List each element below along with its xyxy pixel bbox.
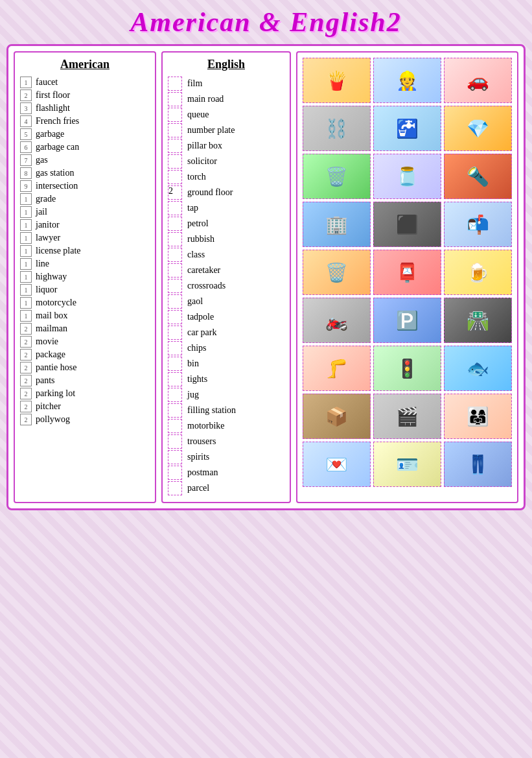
english-word: film [187, 78, 202, 89]
number-box: 8 [20, 167, 32, 179]
image-icon: 📮 [396, 262, 419, 283]
match-box[interactable] [168, 92, 182, 106]
english-word: bin [187, 359, 199, 369]
english-word: torch [187, 172, 206, 182]
match-box[interactable] [168, 466, 182, 480]
english-word-row: rubbish [168, 232, 284, 246]
image-icon: 🚰 [396, 118, 419, 139]
image-icon: 👖 [467, 454, 489, 475]
image-icon: 🗑️ [325, 262, 348, 283]
match-box[interactable] [168, 326, 182, 340]
english-word-row: number plate [168, 123, 284, 137]
match-box[interactable]: 2 [168, 185, 182, 200]
match-box[interactable] [168, 419, 182, 433]
american-word: pollywog [36, 414, 70, 425]
american-word: motorcycle [36, 298, 76, 308]
english-word-row: gaol [168, 294, 284, 309]
match-box[interactable] [168, 154, 182, 169]
match-box[interactable] [168, 139, 182, 153]
match-box[interactable] [168, 263, 182, 278]
image-cell: 🫙 [373, 154, 441, 199]
english-word-row: crossroads [168, 279, 284, 293]
english-word-row: spirits [168, 450, 284, 464]
english-word: main road [187, 94, 224, 104]
american-word: faucet [36, 77, 58, 88]
match-box[interactable] [168, 388, 182, 402]
english-word: class [187, 250, 205, 260]
image-cell: 🔦 [444, 154, 512, 199]
image-cell: 🚰 [373, 106, 441, 151]
number-box: 3 [20, 102, 32, 114]
match-box[interactable] [168, 217, 182, 231]
english-word: chips [187, 343, 207, 353]
image-cell: 📦 [303, 394, 371, 439]
english-word-row: jug [168, 388, 284, 402]
number-box: 2 [20, 375, 32, 386]
american-word: lawyer [36, 233, 60, 243]
match-box[interactable] [168, 232, 182, 246]
match-box[interactable] [168, 434, 182, 449]
american-word-row: 1 grade [20, 193, 150, 205]
english-word: solicitor [187, 156, 217, 167]
english-word-row: caretaker [168, 263, 284, 278]
image-icon: 🫙 [396, 166, 419, 187]
english-word-row: parcel [168, 481, 284, 495]
number-box: 9 [20, 180, 32, 192]
american-word: French fries [36, 116, 79, 126]
english-word-row: trousers [168, 434, 284, 449]
image-icon: 🗑️ [325, 166, 348, 187]
american-word-row: 1 motorcycle [20, 297, 150, 309]
match-box[interactable] [168, 279, 182, 293]
english-word-row: film [168, 77, 284, 91]
american-word-row: 2 movie [20, 336, 150, 348]
image-cell: 🦵 [303, 346, 371, 391]
american-word-row: 7 gas [20, 154, 150, 166]
american-word-row: 1 license plate [20, 245, 150, 257]
american-word: pants [36, 375, 55, 386]
english-word-row: main road [168, 92, 284, 106]
match-box[interactable] [168, 77, 182, 91]
number-box: 2 [20, 336, 32, 348]
american-word-row: 1 lawyer [20, 232, 150, 244]
number-box: 2 [20, 89, 32, 101]
match-box[interactable] [168, 123, 182, 137]
english-word-row: tap [168, 201, 284, 215]
match-box[interactable] [168, 357, 182, 371]
match-box[interactable] [168, 108, 182, 122]
english-word: tights [187, 374, 207, 385]
american-word-row: 6 garbage can [20, 141, 150, 153]
image-cell: 💎 [444, 106, 512, 151]
match-box[interactable] [168, 201, 182, 215]
english-word-row: pillar box [168, 139, 284, 153]
image-cell: 💌 [303, 442, 371, 487]
american-word: first floor [36, 90, 70, 101]
match-box[interactable] [168, 403, 182, 418]
image-icon: 🛣️ [467, 310, 489, 331]
match-box[interactable] [168, 481, 182, 495]
match-box[interactable] [168, 372, 182, 386]
image-cell: 🚗 [444, 58, 512, 103]
english-column: English film main road queue number plat… [161, 51, 291, 503]
american-word-row: 2 pitcher [20, 401, 150, 412]
number-box: 1 [20, 245, 32, 257]
image-cell: 👷 [373, 58, 441, 103]
match-box[interactable] [168, 248, 182, 262]
match-box[interactable] [168, 294, 182, 309]
american-word: gas [36, 155, 48, 165]
match-box[interactable] [168, 310, 182, 324]
american-word: liquor [36, 285, 57, 295]
american-word-row: 8 gas station [20, 167, 150, 179]
english-word: tadpole [187, 312, 214, 322]
american-word-row: 1 highway [20, 271, 150, 283]
match-box[interactable] [168, 341, 182, 355]
match-box[interactable] [168, 170, 182, 184]
number-box: 1 [20, 193, 32, 205]
american-word: garbage can [36, 142, 79, 152]
english-word: motorbike [187, 421, 225, 431]
number-box: 1 [20, 206, 32, 218]
match-box[interactable] [168, 450, 182, 464]
english-word: rubbish [187, 234, 214, 244]
american-word: pantie hose [36, 362, 76, 373]
american-word-row: 1 faucet [20, 77, 150, 88]
number-box: 6 [20, 141, 32, 153]
